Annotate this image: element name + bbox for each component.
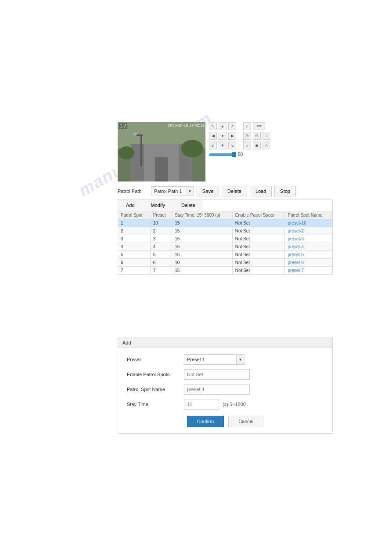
patrol-table: Patrol Spot Preset Stay Time: 15~3600 (s… bbox=[118, 211, 333, 275]
speed-slider[interactable] bbox=[209, 153, 235, 156]
table-row[interactable]: 2215Not Setpreset-2 bbox=[118, 227, 333, 235]
preset-name-link[interactable]: preset-4 bbox=[288, 244, 304, 249]
patrol-save-button[interactable]: Save bbox=[197, 186, 219, 196]
table-row[interactable]: 3315Not Setpreset-3 bbox=[118, 235, 333, 243]
ptz-menu-btn[interactable]: ≡≡ bbox=[253, 122, 265, 130]
table-cell: Not Set bbox=[232, 259, 285, 267]
ptz-zoom-in-btn[interactable]: ⊕ bbox=[243, 132, 251, 140]
table-cell: 10 bbox=[172, 259, 233, 267]
ptz-iris-open-btn[interactable]: ○ bbox=[243, 141, 251, 149]
svg-point-9 bbox=[119, 146, 134, 160]
table-cell: preset-10 bbox=[285, 219, 333, 227]
preset-select-row: Preset 1 ▼ bbox=[184, 354, 245, 365]
stay-time-suffix: (s) 5~1800 bbox=[223, 402, 246, 407]
table-row[interactable]: 4415Not Setpreset-4 bbox=[118, 243, 333, 251]
camera-timestamp: 2026-10-16 17:42:59 bbox=[168, 123, 205, 127]
table-delete-button[interactable]: Delete bbox=[173, 200, 203, 211]
patrol-path-row: Patrol Path Patrol Path 1 ▼ Save Delete … bbox=[118, 186, 333, 196]
patrol-path-select-box[interactable]: Patrol Path 1 bbox=[151, 186, 186, 196]
table-cell: Not Set bbox=[232, 243, 285, 251]
ptz-a2-btn[interactable]: A bbox=[263, 141, 270, 149]
ptz-lower-left-btn[interactable]: ↙ bbox=[209, 141, 217, 149]
preset-name-link[interactable]: preset-6 bbox=[288, 260, 304, 265]
cancel-button[interactable]: Cancel bbox=[228, 416, 263, 427]
ptz-lower-right-btn[interactable]: ↘ bbox=[228, 141, 236, 149]
patrol-path-dropdown-arrow[interactable]: ▼ bbox=[186, 186, 194, 196]
ptz-iris-close-btn[interactable]: ◉ bbox=[253, 141, 261, 149]
ptz-home-btn[interactable]: ⌂ bbox=[243, 122, 251, 130]
ptz-center-btn[interactable]: ● bbox=[219, 132, 227, 140]
table-cell: 7 bbox=[118, 267, 151, 275]
table-cell: 5 bbox=[150, 251, 172, 259]
table-row[interactable]: 5515Not Setpreset-5 bbox=[118, 251, 333, 259]
table-cell: 15 bbox=[172, 243, 233, 251]
enable-patrol-input[interactable] bbox=[184, 369, 250, 380]
table-cell: Not Set bbox=[232, 227, 285, 235]
ptz-down-btn[interactable]: ▼ bbox=[219, 141, 227, 149]
ptz-right-btn[interactable]: ▶ bbox=[228, 132, 236, 140]
ptz-zoom-out-btn[interactable]: ⊖ bbox=[253, 132, 261, 140]
table-cell: preset-7 bbox=[285, 267, 333, 275]
table-cell: 10 bbox=[150, 219, 172, 227]
svg-rect-4 bbox=[155, 157, 168, 181]
table-cell: preset-3 bbox=[285, 235, 333, 243]
table-cell: 5 bbox=[118, 251, 151, 259]
table-cell: Not Set bbox=[232, 219, 285, 227]
table-action-row: Add Modify Delete bbox=[118, 199, 333, 211]
col-preset: Preset bbox=[150, 211, 172, 219]
table-modify-button[interactable]: Modify bbox=[143, 200, 173, 211]
preset-select-box[interactable]: Preset 1 bbox=[184, 354, 237, 365]
table-cell: 2 bbox=[150, 227, 172, 235]
ptz-upper-left-btn[interactable]: ↖ bbox=[209, 122, 217, 130]
table-cell: 2 bbox=[118, 227, 151, 235]
stay-time-form-row: Stay Time (s) 5~1800 bbox=[127, 399, 324, 410]
table-cell: 15 bbox=[172, 251, 233, 259]
camera-road-image bbox=[118, 122, 205, 181]
confirm-button[interactable]: Confirm bbox=[187, 416, 224, 427]
table-cell: 15 bbox=[172, 235, 233, 243]
preset-select-arrow[interactable]: ▼ bbox=[237, 354, 245, 365]
preset-name-link[interactable]: preset-3 bbox=[288, 236, 304, 241]
preset-name-link[interactable]: preset-10 bbox=[288, 221, 306, 225]
camera-scene-svg bbox=[118, 122, 205, 181]
add-form-body: Preset Preset 1 ▼ Enable Patrol Spots Pa… bbox=[118, 348, 332, 433]
add-form-panel: Add Preset Preset 1 ▼ Enable Patrol Spot… bbox=[118, 337, 333, 434]
patrol-delete-button[interactable]: Delete bbox=[222, 186, 247, 196]
table-cell: preset-4 bbox=[285, 243, 333, 251]
ptz-up-btn[interactable]: ▲ bbox=[219, 122, 227, 130]
patrol-spot-name-input[interactable] bbox=[184, 384, 250, 395]
table-cell: preset-5 bbox=[285, 251, 333, 259]
table-cell: 15 bbox=[172, 219, 233, 227]
table-cell: 6 bbox=[150, 259, 172, 267]
patrol-stop-button[interactable]: Stop bbox=[274, 186, 296, 196]
table-cell: 4 bbox=[118, 243, 151, 251]
channel-label: 1 2 bbox=[119, 123, 127, 129]
table-cell: preset-2 bbox=[285, 227, 333, 235]
preset-name-link[interactable]: preset-7 bbox=[288, 268, 304, 273]
camera-controls-row: 1 2 2026-10-16 17:42:59 ↖ ▲ ↗ ⌂ ≡≡ ◀ ● bbox=[118, 122, 333, 181]
ptz-controls: ↖ ▲ ↗ ⌂ ≡≡ ◀ ● ▶ ⊕ ⊖ A bbox=[209, 122, 270, 181]
ptz-upper-right-btn[interactable]: ↗ bbox=[228, 122, 236, 130]
page-container: manualshire.com bbox=[0, 0, 392, 555]
table-add-button[interactable]: Add bbox=[118, 200, 143, 211]
ptz-left-btn[interactable]: ◀ bbox=[209, 132, 217, 140]
table-cell: Not Set bbox=[232, 267, 285, 275]
ptz-a1-btn[interactable]: A bbox=[263, 132, 270, 140]
col-patrol-spot: Patrol Spot bbox=[118, 211, 151, 219]
ptz-speed-row: 50 bbox=[209, 152, 270, 157]
patrol-path-select: Patrol Path 1 ▼ bbox=[151, 186, 194, 196]
table-cell: preset-6 bbox=[285, 259, 333, 267]
table-cell: 3 bbox=[150, 235, 172, 243]
stay-time-input[interactable] bbox=[184, 399, 219, 410]
table-row[interactable]: 11015Not Setpreset-10 bbox=[118, 219, 333, 227]
form-actions: Confirm Cancel bbox=[127, 416, 324, 427]
preset-name-link[interactable]: preset-2 bbox=[288, 229, 304, 233]
table-cell: 7 bbox=[150, 267, 172, 275]
table-row[interactable]: 6610Not Setpreset-6 bbox=[118, 259, 333, 267]
preset-name-link[interactable]: preset-5 bbox=[288, 252, 304, 257]
table-row[interactable]: 7715Not Setpreset-7 bbox=[118, 267, 333, 275]
main-panel: 1 2 2026-10-16 17:42:59 ↖ ▲ ↗ ⌂ ≡≡ ◀ ● bbox=[118, 122, 333, 275]
enable-patrol-form-row: Enable Patrol Spots bbox=[127, 369, 324, 380]
svg-point-8 bbox=[181, 140, 203, 157]
patrol-load-button[interactable]: Load bbox=[250, 186, 272, 196]
